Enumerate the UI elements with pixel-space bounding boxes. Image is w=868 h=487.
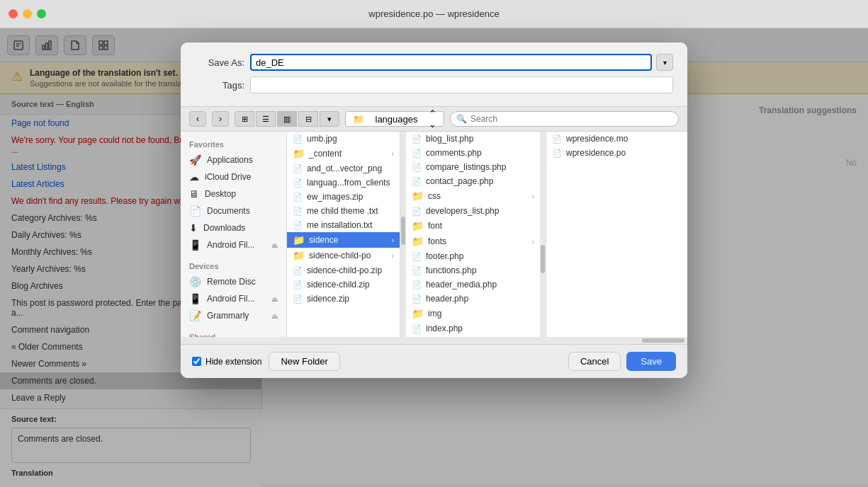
file-item-js[interactable]: 📁 js <box>406 336 540 337</box>
file-icon: 📄 <box>293 266 303 275</box>
dialog-overlay: Save As: ▾ Tags: ‹ › ⊞ ☰ ▥ ⊟ ▾ <box>0 28 868 487</box>
file-item-wpresidence-po[interactable]: 📄 wpresidence.po <box>546 146 687 160</box>
save-as-input[interactable] <box>250 54 652 71</box>
mid-item-label: umb.jpg <box>307 134 337 144</box>
mid-item-sidence-child-po[interactable]: 📁 sidence-child-po › <box>287 248 400 263</box>
file-icon: 📄 <box>293 294 303 304</box>
back-button[interactable]: ‹ <box>189 111 206 127</box>
location-label: languages <box>376 114 418 125</box>
mid-item-label: sidence <box>309 235 338 245</box>
file-name: header.php <box>426 294 468 304</box>
mid-item-theme[interactable]: 📄 me child theme .txt <box>287 204 400 218</box>
php-file-icon: 📄 <box>412 266 422 275</box>
mid-item-sidence-child-po-zip[interactable]: 📄 sidence-child-po.zip <box>287 263 400 277</box>
desktop-label: Desktop <box>205 189 236 199</box>
mid-item-label: ew_images.zip <box>307 192 363 202</box>
mid-item-umbjpg[interactable]: 📄 umb.jpg <box>287 132 400 146</box>
mid-item-languag[interactable]: 📄 languag...from_clients <box>287 176 400 190</box>
location-dropdown[interactable]: 📁 languages ⌃⌄ <box>345 111 444 127</box>
file-item-img[interactable]: 📁 img <box>406 306 540 321</box>
cancel-button[interactable]: Cancel <box>568 352 621 371</box>
dropdown-chevron: ⌃⌄ <box>429 108 436 130</box>
tags-input[interactable] <box>250 76 673 93</box>
sidebar-item-desktop[interactable]: 🖥 Desktop <box>181 185 286 202</box>
file-name: wpresidence.mo <box>566 134 628 144</box>
file-item-footer[interactable]: 📄 footer.php <box>406 249 540 263</box>
desktop-icon: 🖥 <box>189 188 199 200</box>
search-input[interactable] <box>470 114 672 124</box>
sidebar-item-android2[interactable]: 📱 Android Fil... ⏏ <box>181 290 286 307</box>
window-title: wpresidence.po — wpresidence <box>368 8 499 19</box>
file-name: functions.php <box>426 265 476 275</box>
tags-row: Tags: <box>195 76 673 93</box>
file-item-wpresidence-mo[interactable]: 📄 wpresidence.mo <box>546 132 687 146</box>
maximize-button[interactable] <box>37 9 46 18</box>
documents-icon: 📄 <box>189 205 201 217</box>
arrow-icon: › <box>392 236 394 244</box>
folder-selected-icon: 📁 <box>293 234 305 246</box>
mid-item-label: and_ot...vector_png <box>307 164 382 173</box>
h-scrollbar-thumb <box>642 338 684 343</box>
mid-item-sidence-zip[interactable]: 📄 sidence.zip <box>287 292 400 306</box>
grid-view-button[interactable]: ⊞ <box>235 111 254 127</box>
android2-label: Android Fil... <box>207 294 254 304</box>
new-folder-button[interactable]: New Folder <box>269 352 339 371</box>
php-file-icon: 📄 <box>412 280 422 290</box>
file-item-blog-list[interactable]: 📄 blog_list.php <box>406 132 540 146</box>
column-view-button[interactable]: ▥ <box>277 111 297 127</box>
sidebar-item-documents[interactable]: 📄 Documents <box>181 202 286 219</box>
sidebar-item-remote-disc[interactable]: 💿 Remote Disc <box>181 273 286 290</box>
hide-extension-label: Hide extension <box>205 357 261 367</box>
file-item-developers[interactable]: 📄 developers_list.php <box>406 204 540 218</box>
scrollbar-right[interactable] <box>540 132 546 337</box>
sidebar-item-downloads[interactable]: ⬇ Downloads <box>181 219 286 236</box>
save-dialog: Save As: ▾ Tags: ‹ › ⊞ ☰ ▥ ⊟ ▾ <box>181 42 687 378</box>
sidebar-item-android1[interactable]: 📱 Android Fil... ⏏ <box>181 236 286 253</box>
file-item-fonts[interactable]: 📁 fonts › <box>406 234 540 249</box>
scrollbar-middle[interactable] <box>400 132 406 337</box>
close-button[interactable] <box>9 9 18 18</box>
list-view-button[interactable]: ☰ <box>256 111 276 127</box>
applications-label: Applications <box>207 155 253 165</box>
mid-item-sidence[interactable]: 📁 sidence › <box>287 232 400 248</box>
more-view-button[interactable]: ▾ <box>320 111 339 127</box>
file-item-header-media[interactable]: 📄 header_media.php <box>406 277 540 292</box>
file-item-font[interactable]: 📁 font <box>406 218 540 234</box>
sidebar-item-grammarly[interactable]: 📝 Grammarly ⏏ <box>181 307 286 324</box>
devices-section-label: Devices <box>181 259 286 273</box>
mid-item-vector[interactable]: 📄 and_ot...vector_png <box>287 161 400 176</box>
mid-item-sidence-child-zip[interactable]: 📄 sidence-child.zip <box>287 277 400 292</box>
mid-item-label: languag...from_clients <box>307 178 390 188</box>
mid-item-installation[interactable]: 📄 me installation.txt <box>287 218 400 232</box>
file-name: compare_listings.php <box>426 162 506 172</box>
grammarly-label: Grammarly <box>207 311 249 321</box>
file-item-css[interactable]: 📁 css › <box>406 188 540 204</box>
file-item-functions[interactable]: 📄 functions.php <box>406 263 540 277</box>
php-file-icon: 📄 <box>412 324 422 333</box>
file-item-contact[interactable]: 📄 contact_page.php <box>406 174 540 188</box>
mid-item-content[interactable]: 📁 _content › <box>287 146 400 161</box>
php-file-icon: 📄 <box>412 252 422 261</box>
android1-label: Android Fil... <box>207 240 254 250</box>
horizontal-scrollbar[interactable] <box>181 337 687 344</box>
app-window: wpresidence.po — wpresidence ⚠ Language … <box>0 0 868 487</box>
minimize-button[interactable] <box>23 9 32 18</box>
grammarly-icon: 📝 <box>189 310 201 321</box>
sidebar-item-icloud[interactable]: ☁ iCloud Drive <box>181 168 286 185</box>
mid-item-images[interactable]: 📄 ew_images.zip <box>287 190 400 204</box>
dialog-toolbar: ‹ › ⊞ ☰ ▥ ⊟ ▾ 📁 languages ⌃⌄ 🔍 <box>181 106 687 132</box>
sidebar-item-applications[interactable]: 🚀 Applications <box>181 151 286 168</box>
downloads-label: Downloads <box>203 223 245 233</box>
file-item-compare[interactable]: 📄 compare_listings.php <box>406 160 540 174</box>
forward-button[interactable]: › <box>212 111 229 127</box>
gallery-view-button[interactable]: ⊟ <box>298 111 318 127</box>
file-name: wpresidence.po <box>566 148 626 158</box>
folder-icon: 📁 <box>293 250 305 261</box>
scrollbar-thumb2 <box>541 245 545 273</box>
hide-extension-checkbox[interactable] <box>192 357 201 366</box>
file-item-index[interactable]: 📄 index.php <box>406 321 540 336</box>
save-button[interactable]: Save <box>626 352 676 371</box>
file-item-comments[interactable]: 📄 comments.php <box>406 146 540 160</box>
expand-button[interactable]: ▾ <box>656 54 673 71</box>
file-item-header[interactable]: 📄 header.php <box>406 292 540 306</box>
